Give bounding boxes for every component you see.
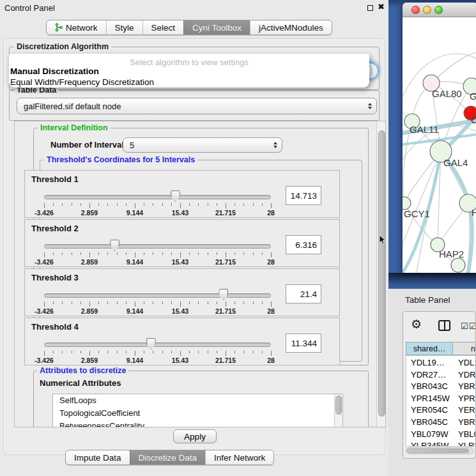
threshold-value-field[interactable]: 11.344: [286, 334, 321, 353]
tab-impute-data[interactable]: Impute Data: [66, 450, 130, 464]
slider-tick: [107, 252, 108, 255]
table-row[interactable]: YER054CYER0: [406, 404, 475, 417]
attribute-item[interactable]: SelfLoops: [53, 394, 342, 407]
slider-tick-label: 2.859: [81, 209, 98, 217]
slider-tick: [271, 302, 272, 307]
attribute-item[interactable]: BetweennessCentrality: [53, 420, 342, 427]
combo-stepper-icon[interactable]: [368, 103, 372, 109]
network-node-label: GA: [470, 91, 476, 102]
slider-thumb[interactable]: [219, 289, 228, 300]
slider-tick: [89, 351, 90, 356]
attributes-list-scrollbar[interactable]: [334, 394, 342, 427]
menu-item-manual-discretization[interactable]: Manual Discretization: [10, 66, 99, 76]
algorithm-dropdown-popup: Select algorithm to view settings Manual…: [9, 54, 369, 88]
slider-track[interactable]: [44, 195, 271, 199]
slider-tick: [144, 351, 144, 353]
slider-tick-label: 15.43: [172, 209, 188, 217]
slider-tick: [53, 351, 54, 353]
column-header-name[interactable]: na: [453, 342, 476, 355]
table-hscrollbar[interactable]: [406, 447, 473, 454]
tab-infer-network[interactable]: Infer Network: [205, 450, 273, 464]
slider-track[interactable]: [44, 293, 271, 298]
threshold-card-4: Threshold 4-3.4262.8599.14415.4321.71528…: [24, 318, 340, 365]
numerical-attributes-list[interactable]: SelfLoopsTopologicalCoefficientBetweenne…: [52, 394, 343, 427]
threshold-value-field[interactable]: 6.316: [286, 235, 321, 254]
cell-shared-name: YLR345W: [411, 441, 449, 447]
slider-tick-label: 2.859: [81, 307, 98, 315]
slider-thumb[interactable]: [171, 190, 180, 202]
table-row[interactable]: YDL19…YDL1: [406, 357, 475, 369]
network-window-titlebar[interactable]: [403, 3, 476, 17]
threshold-value-field[interactable]: 14.713: [286, 186, 321, 205]
network-canvas[interactable]: GAL80GACGAL11GAL4GCY1HHAP2: [403, 17, 476, 273]
slider-tick: [144, 252, 144, 255]
slider-tick: [98, 203, 99, 206]
num-intervals-value: 5: [130, 141, 134, 150]
slider-tick: [189, 302, 190, 304]
column-header-shared[interactable]: shared…: [406, 342, 453, 355]
slider-tick: [98, 252, 99, 255]
attribute-item[interactable]: TopologicalCoefficient: [53, 407, 342, 420]
slider-tick-label: 28: [267, 307, 275, 315]
table-row[interactable]: YLR345WYLR3: [406, 440, 475, 447]
close-icon[interactable]: ✖: [378, 2, 385, 12]
apply-button[interactable]: Apply: [173, 429, 217, 443]
num-intervals-select[interactable]: 5: [123, 137, 282, 153]
table-row[interactable]: YBR043CYBR0: [406, 381, 475, 393]
network-node[interactable]: [451, 258, 465, 272]
slider-tick: [53, 252, 54, 255]
tab-network[interactable]: Network: [47, 20, 106, 35]
menu-item-equal-width[interactable]: Equal Width/Frequency Discretization: [10, 77, 154, 87]
zoom-traffic-light-icon[interactable]: [434, 6, 443, 14]
slider-tick: [117, 203, 118, 206]
cell-name: YBR0: [458, 381, 476, 391]
table-row[interactable]: YDR27…YDR2: [406, 369, 475, 381]
slider-tick: [72, 351, 72, 353]
split-columns-icon[interactable]: [438, 320, 450, 331]
slider-tick: [234, 252, 235, 255]
slider-tick: [243, 351, 244, 353]
slider-thumb[interactable]: [146, 338, 156, 349]
slider-tick: [226, 252, 226, 257]
checkbox-icons[interactable]: ☑☑: [461, 321, 476, 331]
cell-shared-name: YBR045C: [411, 417, 448, 427]
network-window[interactable]: GAL80GACGAL11GAL4GCY1HHAP2: [403, 3, 476, 273]
table-row[interactable]: YBL079WYBL0: [406, 429, 475, 441]
slider-tick: [98, 351, 99, 353]
gear-icon[interactable]: ⚙: [411, 317, 422, 332]
slider-track[interactable]: [44, 342, 271, 347]
slider-tick: [208, 252, 208, 255]
slider-tick: [162, 351, 163, 353]
tab-jactivemnodules[interactable]: jActiveMNodules: [250, 20, 332, 35]
threshold-label: Threshold 4: [31, 322, 79, 332]
float-window-icon[interactable]: [367, 5, 373, 11]
combo-stepper-icon[interactable]: [273, 142, 277, 148]
tab-select[interactable]: Select: [142, 20, 184, 35]
threshold-label: Threshold 1: [31, 174, 79, 184]
slider-track[interactable]: [44, 244, 271, 249]
slider-tick: [81, 302, 81, 304]
tab-cyni-toolbox[interactable]: Cyni Toolbox: [183, 20, 250, 35]
table-data-select[interactable]: galFiltered.sif default node: [17, 98, 377, 114]
threshold-value-field[interactable]: 21.4: [286, 284, 321, 303]
slider-tick-label: 21.715: [215, 209, 236, 217]
slider-thumb[interactable]: [110, 240, 119, 251]
close-traffic-light-icon[interactable]: [411, 6, 420, 14]
threshold-slider[interactable]: -3.4262.8599.14415.4321.71528: [44, 288, 271, 315]
threshold-slider[interactable]: -3.4262.8599.14415.4321.71528: [44, 190, 271, 217]
thresholds-group-title: Threshold's Coordinates for 5 Intervals: [44, 156, 197, 164]
minimize-traffic-light-icon[interactable]: [423, 6, 431, 14]
network-node[interactable]: [403, 197, 411, 210]
tab-style[interactable]: Style: [106, 20, 142, 35]
cell-name: YPR1: [458, 394, 476, 403]
slider-tick: [208, 351, 208, 353]
settings-scrollbar[interactable]: [376, 121, 386, 427]
threshold-slider[interactable]: -3.4262.8599.14415.4321.71528: [44, 337, 271, 364]
slider-tick: [234, 302, 235, 304]
table-row[interactable]: YBR045CYBR0: [406, 417, 475, 429]
table-row[interactable]: YPR145WYPR1: [406, 393, 475, 405]
slider-tick: [62, 302, 63, 304]
tab-discretize-data[interactable]: Discretize Data: [130, 450, 206, 464]
threshold-slider[interactable]: -3.4262.8599.14415.4321.71528: [44, 239, 271, 266]
interval-group-title: Interval Definition: [38, 124, 111, 132]
